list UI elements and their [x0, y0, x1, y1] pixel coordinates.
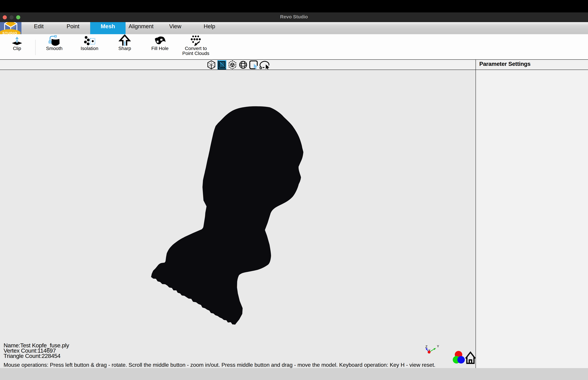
- svg-text:Y: Y: [437, 344, 439, 348]
